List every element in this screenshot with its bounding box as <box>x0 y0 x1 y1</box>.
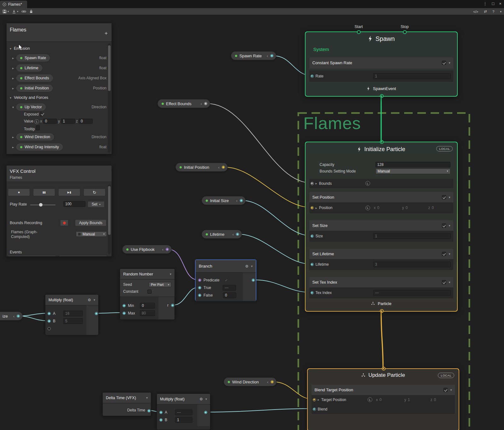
min-input-port[interactable] <box>123 304 126 307</box>
output-port[interactable] <box>95 312 98 315</box>
b-value-field[interactable]: 5 <box>63 318 83 324</box>
param-node-spawn-rate[interactable]: Spawn Rate ‹ <box>231 51 276 60</box>
collapse-icon[interactable]: ‹ <box>232 232 234 237</box>
flow-port-stop[interactable] <box>403 30 407 34</box>
kebab-menu-icon[interactable]: ⋮ <box>483 1 487 6</box>
collapse-icon[interactable]: ‹ <box>13 314 14 319</box>
max-input-port[interactable] <box>123 312 126 315</box>
a-input-port[interactable] <box>48 312 51 315</box>
b-input-port[interactable] <box>159 418 163 422</box>
chevron-right-icon[interactable]: ▸ <box>12 76 14 80</box>
node-branch[interactable]: Branch ⚙ ▾ Predicate ✓ True — False 0 <box>195 260 256 301</box>
flow-port-start[interactable] <box>357 30 361 34</box>
block-enabled-checkbox[interactable] <box>442 61 446 65</box>
space-badge[interactable]: L <box>368 397 372 402</box>
collapse-icon[interactable]: ‹ <box>218 165 220 170</box>
space-badge[interactable]: L <box>34 119 39 124</box>
maximize-icon[interactable]: □ <box>492 1 495 6</box>
node-multiply-float-2[interactable]: Multiply (float) ⚙ ▾ A — B 1 <box>157 393 210 430</box>
step-button[interactable]: ▶▮ <box>58 189 80 196</box>
blend-input-port[interactable] <box>313 408 316 411</box>
context-initialize-particle[interactable]: Initialize Particle LOCAL Capacity 128 B… <box>305 142 458 312</box>
seed-dropdown[interactable]: Per Part ▾ <box>149 282 171 287</box>
position-z[interactable]: z0 <box>428 206 434 210</box>
blackboard-item-initial-position[interactable]: ▸ Initial Position Position <box>7 83 112 93</box>
b-input-port[interactable] <box>48 320 51 323</box>
max-value-field[interactable]: 80 <box>140 310 155 316</box>
onplay-button[interactable]: OnPlay <box>8 255 56 257</box>
chevron-down-icon[interactable]: ▾ <box>10 47 11 50</box>
output-port[interactable] <box>222 166 225 169</box>
x-field[interactable]: 0 <box>43 119 57 124</box>
blackboard-item-up-vector[interactable]: ▾ Up Vector Direction <box>7 102 112 112</box>
chevron-right-icon[interactable]: ▸ <box>12 145 14 149</box>
space-badge[interactable]: L <box>365 181 370 186</box>
block-enabled-checkbox[interactable] <box>442 195 446 199</box>
link-toggle[interactable] <box>21 9 26 14</box>
lifetime-input-port[interactable] <box>311 263 314 266</box>
bounds-input-port[interactable] <box>311 182 314 185</box>
collapse-icon[interactable]: ‹ <box>201 101 202 106</box>
edge-particle-to-update[interactable] <box>381 312 383 368</box>
output-port[interactable] <box>17 314 20 318</box>
rate-input-port[interactable] <box>311 75 314 78</box>
lock-toggle[interactable] <box>29 9 33 14</box>
chevron-right-icon[interactable]: ▸ <box>12 135 14 139</box>
edge-size-to-a[interactable] <box>20 313 47 316</box>
target-position-input-port[interactable] <box>313 398 316 401</box>
param-node-wind-direction[interactable]: Wind Direction ‹ <box>224 377 277 386</box>
chevron-down-icon[interactable]: ▾ <box>449 252 450 256</box>
apply-bounds-button[interactable]: Apply Bounds <box>75 219 106 226</box>
context-update-particle[interactable]: Update Particle LOCAL Blend Target Posit… <box>307 368 459 430</box>
save-as-button[interactable]: ▾ <box>12 9 18 14</box>
param-node-size-clipped[interactable]: ize ‹ <box>0 312 23 320</box>
add-input-port[interactable] <box>48 327 51 330</box>
chevron-down-icon[interactable]: ▾ <box>10 96 11 99</box>
position-x[interactable]: x0 <box>374 206 380 210</box>
save-button[interactable]: ▾ <box>3 9 9 14</box>
node-delta-time[interactable]: Delta Time (VFX) ▾ Delta Time <box>102 392 151 416</box>
output-port[interactable] <box>204 411 207 414</box>
category-velocity-and-forces[interactable]: ▾ Velocity and Forces <box>7 93 112 102</box>
chevron-down-icon[interactable]: ▾ <box>449 280 450 284</box>
local-space-badge[interactable]: LOCAL <box>436 146 453 151</box>
vfx-control-scrollbar[interactable] <box>108 184 111 254</box>
target-z[interactable]: z0 <box>431 398 436 402</box>
chevron-right-icon[interactable]: ▸ <box>12 87 14 90</box>
block-set-lifetime[interactable]: Set Lifetime ▾ <box>309 249 454 259</box>
block-set-size[interactable]: Set Size ▾ <box>309 220 454 231</box>
chevron-down-icon[interactable]: ▾ <box>449 61 450 65</box>
tex-index-input-port[interactable] <box>311 291 314 294</box>
settings-gear-icon[interactable]: ⚙ <box>88 298 91 302</box>
rate-value-field[interactable]: 1 <box>373 73 451 79</box>
close-icon[interactable]: × <box>499 1 501 6</box>
block-enabled-checkbox[interactable] <box>442 252 446 256</box>
chevron-down-icon[interactable]: ▾ <box>450 388 452 392</box>
node-random-number[interactable]: Random Number ▾ Seed Per Part ▾ Constant… <box>120 269 175 319</box>
tooltip-field[interactable] <box>36 125 40 130</box>
stop-button[interactable]: ■ <box>8 189 30 196</box>
collapse-icon[interactable]: ‹ <box>236 198 238 203</box>
collapse-icon[interactable]: ▾ <box>146 396 148 399</box>
chevron-right-icon[interactable]: ▸ <box>316 182 317 185</box>
output-port[interactable] <box>271 380 274 383</box>
output-port[interactable] <box>252 279 255 282</box>
edge-multiply2-to-blend[interactable] <box>206 409 313 412</box>
capacity-field[interactable]: 128 <box>375 162 450 167</box>
blackboard-item-wind-drag-intensity[interactable]: ▸ Wind Drag Intensity float <box>7 142 112 152</box>
collapse-icon[interactable]: ‹ <box>267 54 268 58</box>
size-value-field[interactable]: 1 <box>373 233 451 239</box>
pause-button[interactable]: ▮▮ <box>33 189 55 196</box>
a-value-field[interactable]: — <box>175 410 192 415</box>
collapse-icon[interactable]: ▾ <box>205 397 207 401</box>
compile-settings-icon[interactable]: ⇄ <box>484 9 487 14</box>
context-spawn[interactable]: Start Stop Spawn System Constant Spawn R… <box>305 31 458 97</box>
exposed-checkbox[interactable] <box>41 112 41 117</box>
target-x[interactable]: x0 <box>376 398 382 402</box>
block-enabled-checkbox[interactable] <box>442 280 446 284</box>
add-parameter-button[interactable]: + <box>105 30 108 37</box>
param-node-lifetime[interactable]: Lifetime ‹ <box>202 230 242 239</box>
a-value-field[interactable]: 16 <box>63 311 83 316</box>
y-field[interactable]: 1 <box>61 119 75 124</box>
edge-branch-to-tex-index[interactable] <box>255 280 311 292</box>
